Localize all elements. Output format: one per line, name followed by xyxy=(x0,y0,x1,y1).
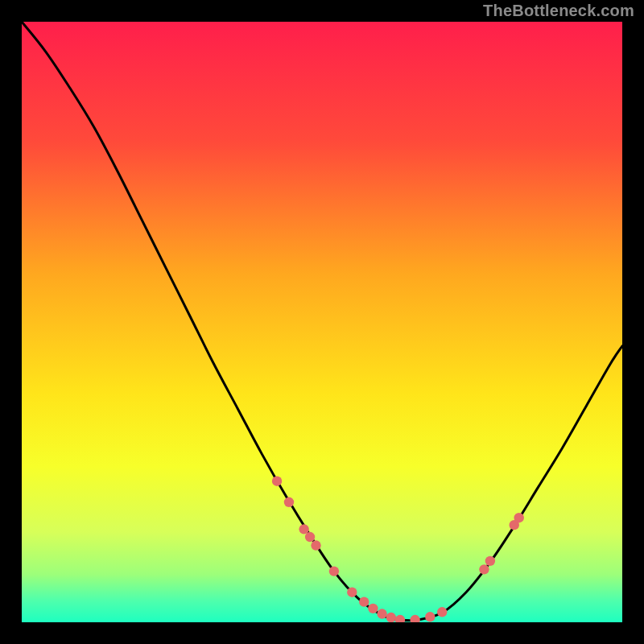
marker-point xyxy=(425,612,435,621)
marker-point xyxy=(347,588,357,597)
marker-point xyxy=(305,532,315,542)
plot-area xyxy=(22,22,622,622)
marker-point xyxy=(368,604,378,613)
marker-point xyxy=(386,613,396,622)
marker-point xyxy=(284,497,294,507)
chart-svg xyxy=(22,22,622,622)
marker-point xyxy=(311,540,320,550)
chart-frame: TheBottleneck.com xyxy=(0,0,644,644)
marker-point xyxy=(329,566,339,576)
marker-point xyxy=(299,524,308,534)
marker-point xyxy=(377,609,386,618)
marker-point xyxy=(514,513,523,522)
watermark-text: TheBottleneck.com xyxy=(483,2,634,20)
marker-point xyxy=(485,556,495,566)
marker-point xyxy=(437,607,447,617)
marker-point xyxy=(479,564,489,574)
marker-point xyxy=(272,476,282,485)
marker-point xyxy=(359,597,369,606)
gradient-background xyxy=(22,22,622,622)
